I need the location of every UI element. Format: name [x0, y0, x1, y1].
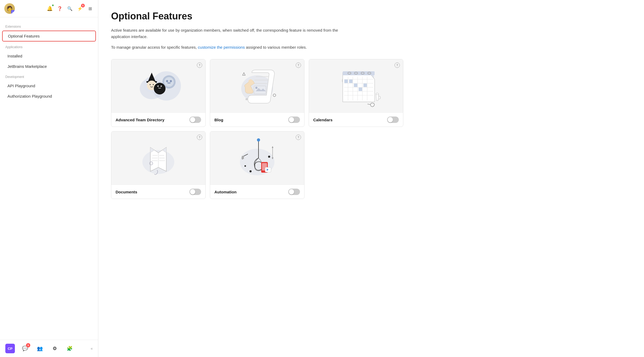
illustration-advanced-team-directory [132, 65, 185, 107]
feature-footer-blog: Blog [210, 113, 304, 127]
svg-line-53 [367, 104, 371, 105]
avatar[interactable]: 🧑 M [4, 3, 15, 14]
feature-footer-advanced-team-directory: Advanced Team Directory [111, 113, 205, 127]
svg-point-71 [249, 170, 252, 172]
toggle-calendars[interactable] [387, 117, 399, 123]
svg-rect-47 [344, 80, 348, 83]
page-title: Optional Features [111, 11, 631, 22]
notifications-icon[interactable]: 🔔 [46, 5, 53, 12]
feature-image-documents: ? [111, 131, 205, 185]
chat-icon[interactable]: 💬 5 [20, 344, 30, 353]
customize-permissions-link[interactable]: customize the permissions [198, 45, 245, 49]
svg-point-20 [161, 86, 162, 87]
feature-card-documents: ? [111, 131, 206, 199]
feature-name-calendars: Calendars [313, 118, 333, 122]
toggle-blog[interactable] [288, 117, 300, 123]
svg-marker-27 [243, 73, 245, 75]
sidebar-nav: Extensions Optional Features Application… [0, 17, 98, 340]
extensions-section-label: Extensions [0, 22, 98, 30]
feature-card-blog: ? [210, 59, 304, 127]
sidebar-item-jetbrains-marketplace[interactable]: JetBrains Marketplace [2, 61, 96, 71]
help-icon-automation[interactable]: ? [296, 135, 301, 140]
feature-name-advanced-team-directory: Advanced Team Directory [116, 118, 164, 122]
description2: To manage granular access for specific f… [111, 44, 350, 51]
svg-rect-14 [167, 82, 171, 84]
extensions-icon[interactable]: 🧩 [65, 344, 74, 353]
feature-name-documents: Documents [116, 190, 137, 194]
description2-pre: To manage granular access for specific f… [111, 45, 197, 49]
svg-point-73 [244, 165, 246, 167]
feature-name-blog: Blog [214, 118, 223, 122]
workspace-avatar[interactable]: CP [5, 344, 15, 353]
lightning-badge: 5 [81, 4, 85, 7]
sidebar-header: 🧑 M 🔔 ❓ 🔍 ⚡ 5 ⊞ [0, 0, 98, 17]
authorization-playground-label: Authorization Playground [7, 94, 52, 98]
svg-marker-75 [272, 146, 273, 148]
feature-image-automation: ? [210, 131, 304, 185]
api-playground-label: API Playground [7, 84, 35, 88]
svg-point-28 [273, 94, 276, 97]
development-section-label: Development [0, 72, 98, 80]
notification-dot [52, 4, 54, 6]
svg-point-52 [376, 93, 379, 95]
help-icon-advanced-team-directory[interactable]: ? [197, 63, 202, 68]
sidebar: 🧑 M 🔔 ❓ 🔍 ⚡ 5 ⊞ Extensions Optional Feat… [0, 0, 98, 357]
svg-point-17 [158, 86, 159, 87]
collapse-button[interactable]: « [91, 346, 93, 351]
svg-rect-51 [363, 84, 367, 87]
illustration-blog [231, 65, 284, 107]
svg-rect-48 [349, 80, 353, 83]
svg-point-16 [156, 83, 163, 90]
svg-rect-50 [359, 88, 362, 91]
lightning-icon[interactable]: ⚡ 5 [76, 5, 84, 12]
svg-point-72 [268, 156, 270, 158]
features-grid: ? [111, 59, 403, 199]
avatar-badge: M [11, 10, 15, 14]
illustration-calendars [329, 65, 383, 107]
search-icon[interactable]: 🔍 [66, 5, 74, 12]
svg-point-9 [164, 77, 174, 87]
toggle-automation[interactable] [288, 189, 300, 195]
feature-image-blog: ? [210, 59, 304, 113]
help-icon-calendars[interactable]: ? [395, 63, 400, 68]
feature-image-calendars: ? [309, 59, 403, 113]
feature-card-advanced-team-directory: ? [111, 59, 206, 127]
help-icon[interactable]: ❓ [56, 5, 63, 12]
feature-image-advanced-team-directory: ? [111, 59, 205, 113]
toggle-documents[interactable] [189, 189, 201, 195]
svg-point-7 [153, 84, 154, 85]
feature-name-automation: Automation [214, 190, 236, 194]
chat-badge: 5 [26, 343, 30, 347]
team-icon[interactable]: 👥 [35, 344, 45, 353]
svg-point-19 [158, 86, 159, 87]
svg-rect-66 [242, 156, 244, 159]
svg-point-26 [255, 87, 257, 89]
illustration-documents [132, 137, 185, 179]
description1: Active features are available for use by… [111, 27, 350, 40]
description2-post: assigned to various member roles. [246, 45, 307, 49]
svg-point-65 [257, 138, 260, 142]
feature-footer-documents: Documents [111, 185, 205, 199]
header-icons: 🔔 ❓ 🔍 ⚡ 5 ⊞ [46, 5, 94, 12]
help-icon-documents[interactable]: ? [197, 135, 202, 140]
svg-point-29 [245, 98, 248, 100]
feature-footer-automation: Automation [210, 185, 304, 199]
sidebar-item-api-playground[interactable]: API Playground [2, 81, 96, 91]
add-icon[interactable]: ⊞ [86, 5, 94, 12]
toggle-advanced-team-directory[interactable] [189, 117, 201, 123]
svg-point-18 [161, 86, 162, 87]
sidebar-item-optional-features[interactable]: Optional Features [2, 31, 96, 41]
sidebar-item-authorization-playground[interactable]: Authorization Playground [2, 91, 96, 101]
jetbrains-marketplace-label: JetBrains Marketplace [7, 64, 47, 69]
applications-section-label: Applications [0, 42, 98, 51]
optional-features-label: Optional Features [8, 34, 40, 38]
feature-card-automation: ? [210, 131, 304, 199]
illustration-automation [231, 137, 284, 179]
help-icon-blog[interactable]: ? [296, 63, 301, 68]
sidebar-bottom: CP 💬 5 👥 ⚙ 🧩 « [0, 340, 98, 357]
sidebar-item-installed[interactable]: Installed [2, 51, 96, 61]
installed-label: Installed [7, 54, 22, 58]
settings-icon[interactable]: ⚙ [50, 344, 60, 353]
feature-card-calendars: ? [309, 59, 403, 127]
svg-rect-49 [354, 84, 357, 87]
